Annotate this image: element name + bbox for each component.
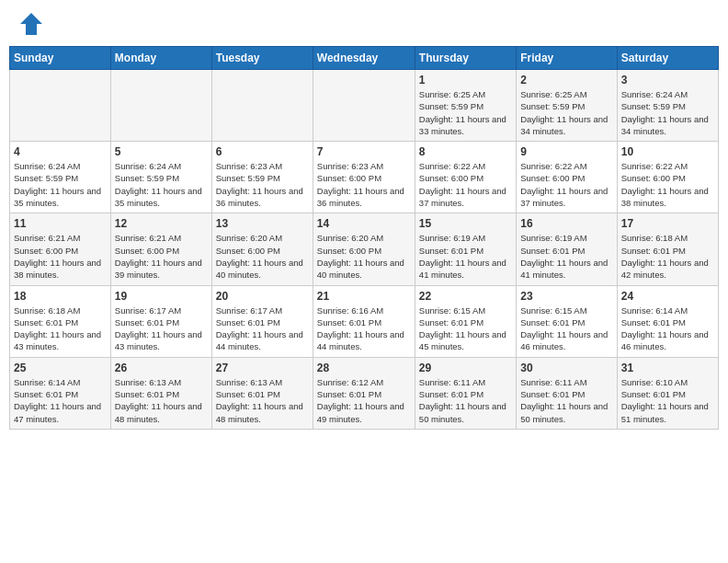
day-info: Sunrise: 6:15 AM Sunset: 6:01 PM Dayligh…: [520, 304, 612, 353]
weekday-header: Monday: [110, 47, 211, 70]
day-number: 19: [115, 290, 208, 303]
day-info: Sunrise: 6:18 AM Sunset: 6:01 PM Dayligh…: [14, 304, 107, 353]
weekday-header: Friday: [517, 47, 617, 70]
day-number: 8: [419, 145, 512, 158]
calendar-cell: [211, 70, 313, 142]
day-number: 28: [317, 362, 411, 374]
day-info: Sunrise: 6:21 AM Sunset: 6:00 PM Dayligh…: [115, 232, 208, 281]
day-number: 14: [317, 217, 411, 230]
day-number: 5: [115, 145, 208, 158]
day-info: Sunrise: 6:20 AM Sunset: 6:00 PM Dayligh…: [317, 232, 411, 281]
day-number: 26: [115, 362, 208, 374]
day-number: 13: [216, 217, 309, 230]
day-number: 23: [520, 290, 612, 303]
weekday-header: Sunday: [10, 47, 111, 70]
calendar-cell: 10Sunrise: 6:22 AM Sunset: 6:00 PM Dayli…: [617, 142, 718, 213]
day-number: 11: [14, 217, 107, 230]
day-number: 2: [520, 74, 612, 86]
day-number: 22: [419, 290, 512, 303]
calendar-cell: 20Sunrise: 6:17 AM Sunset: 6:01 PM Dayli…: [211, 285, 313, 357]
page-header: [9, 9, 719, 39]
day-number: 3: [621, 74, 714, 86]
calendar-cell: 17Sunrise: 6:18 AM Sunset: 6:01 PM Dayli…: [617, 213, 718, 285]
day-number: 29: [419, 362, 512, 374]
day-number: 9: [520, 145, 612, 158]
day-number: 7: [317, 145, 411, 158]
calendar-cell: [110, 70, 211, 142]
calendar-cell: 13Sunrise: 6:20 AM Sunset: 6:00 PM Dayli…: [211, 213, 313, 285]
calendar-cell: 23Sunrise: 6:15 AM Sunset: 6:01 PM Dayli…: [517, 285, 617, 357]
calendar-cell: 27Sunrise: 6:13 AM Sunset: 6:01 PM Dayli…: [211, 357, 313, 429]
day-info: Sunrise: 6:14 AM Sunset: 6:01 PM Dayligh…: [621, 304, 714, 353]
day-number: 20: [216, 290, 309, 303]
day-number: 30: [520, 362, 612, 374]
day-number: 17: [621, 217, 714, 230]
calendar-cell: 25Sunrise: 6:14 AM Sunset: 6:01 PM Dayli…: [10, 357, 111, 429]
calendar-cell: 18Sunrise: 6:18 AM Sunset: 6:01 PM Dayli…: [10, 285, 111, 357]
day-info: Sunrise: 6:18 AM Sunset: 6:01 PM Dayligh…: [621, 232, 714, 281]
day-info: Sunrise: 6:11 AM Sunset: 6:01 PM Dayligh…: [520, 376, 612, 425]
calendar-week-row: 11Sunrise: 6:21 AM Sunset: 6:00 PM Dayli…: [10, 213, 719, 285]
calendar-cell: 16Sunrise: 6:19 AM Sunset: 6:01 PM Dayli…: [517, 213, 617, 285]
day-info: Sunrise: 6:22 AM Sunset: 6:00 PM Dayligh…: [419, 160, 512, 209]
calendar-cell: 9Sunrise: 6:22 AM Sunset: 6:00 PM Daylig…: [517, 142, 617, 213]
day-info: Sunrise: 6:19 AM Sunset: 6:01 PM Dayligh…: [520, 232, 612, 281]
calendar-table: SundayMondayTuesdayWednesdayThursdayFrid…: [9, 46, 719, 430]
day-info: Sunrise: 6:17 AM Sunset: 6:01 PM Dayligh…: [216, 304, 309, 353]
day-info: Sunrise: 6:16 AM Sunset: 6:01 PM Dayligh…: [317, 304, 411, 353]
calendar-cell: [10, 70, 111, 142]
calendar-cell: 24Sunrise: 6:14 AM Sunset: 6:01 PM Dayli…: [617, 285, 718, 357]
day-info: Sunrise: 6:15 AM Sunset: 6:01 PM Dayligh…: [419, 304, 512, 353]
day-info: Sunrise: 6:12 AM Sunset: 6:01 PM Dayligh…: [317, 376, 411, 425]
calendar-cell: 5Sunrise: 6:24 AM Sunset: 5:59 PM Daylig…: [110, 142, 211, 213]
calendar-cell: 3Sunrise: 6:24 AM Sunset: 5:59 PM Daylig…: [617, 70, 718, 142]
day-info: Sunrise: 6:17 AM Sunset: 6:01 PM Dayligh…: [115, 304, 208, 353]
day-info: Sunrise: 6:19 AM Sunset: 6:01 PM Dayligh…: [419, 232, 512, 281]
day-info: Sunrise: 6:13 AM Sunset: 6:01 PM Dayligh…: [115, 376, 208, 425]
day-number: 31: [621, 362, 714, 374]
weekday-header: Thursday: [415, 47, 516, 70]
day-number: 27: [216, 362, 309, 374]
day-info: Sunrise: 6:24 AM Sunset: 5:59 PM Dayligh…: [621, 88, 714, 137]
calendar-cell: 31Sunrise: 6:10 AM Sunset: 6:01 PM Dayli…: [617, 357, 718, 429]
calendar-week-row: 18Sunrise: 6:18 AM Sunset: 6:01 PM Dayli…: [10, 285, 719, 357]
day-info: Sunrise: 6:25 AM Sunset: 5:59 PM Dayligh…: [520, 88, 612, 137]
calendar-cell: 15Sunrise: 6:19 AM Sunset: 6:01 PM Dayli…: [415, 213, 516, 285]
day-number: 6: [216, 145, 309, 158]
day-info: Sunrise: 6:20 AM Sunset: 6:00 PM Dayligh…: [216, 232, 309, 281]
weekday-header: Tuesday: [211, 47, 313, 70]
calendar-cell: 12Sunrise: 6:21 AM Sunset: 6:00 PM Dayli…: [110, 213, 211, 285]
day-number: 4: [14, 145, 107, 158]
day-info: Sunrise: 6:23 AM Sunset: 6:00 PM Dayligh…: [317, 160, 411, 209]
day-info: Sunrise: 6:25 AM Sunset: 5:59 PM Dayligh…: [419, 88, 512, 137]
day-number: 10: [621, 145, 714, 158]
calendar-week-row: 4Sunrise: 6:24 AM Sunset: 5:59 PM Daylig…: [10, 142, 719, 213]
calendar-cell: 28Sunrise: 6:12 AM Sunset: 6:01 PM Dayli…: [313, 357, 415, 429]
calendar-cell: 6Sunrise: 6:23 AM Sunset: 5:59 PM Daylig…: [211, 142, 313, 213]
calendar-cell: 21Sunrise: 6:16 AM Sunset: 6:01 PM Dayli…: [313, 285, 415, 357]
day-info: Sunrise: 6:23 AM Sunset: 5:59 PM Dayligh…: [216, 160, 309, 209]
day-number: 24: [621, 290, 714, 303]
calendar-cell: 7Sunrise: 6:23 AM Sunset: 6:00 PM Daylig…: [313, 142, 415, 213]
day-number: 16: [520, 217, 612, 230]
day-number: 15: [419, 217, 512, 230]
day-info: Sunrise: 6:10 AM Sunset: 6:01 PM Dayligh…: [621, 376, 714, 425]
day-info: Sunrise: 6:14 AM Sunset: 6:01 PM Dayligh…: [14, 376, 107, 425]
day-info: Sunrise: 6:21 AM Sunset: 6:00 PM Dayligh…: [14, 232, 107, 281]
weekday-header: Wednesday: [313, 47, 415, 70]
logo-icon: [17, 9, 46, 39]
weekday-header: Saturday: [617, 47, 718, 70]
svg-marker-0: [20, 13, 42, 35]
calendar-cell: 11Sunrise: 6:21 AM Sunset: 6:00 PM Dayli…: [10, 213, 111, 285]
calendar-cell: 29Sunrise: 6:11 AM Sunset: 6:01 PM Dayli…: [415, 357, 516, 429]
calendar-cell: 19Sunrise: 6:17 AM Sunset: 6:01 PM Dayli…: [110, 285, 211, 357]
day-info: Sunrise: 6:24 AM Sunset: 5:59 PM Dayligh…: [115, 160, 208, 209]
calendar-cell: 14Sunrise: 6:20 AM Sunset: 6:00 PM Dayli…: [313, 213, 415, 285]
calendar-cell: 22Sunrise: 6:15 AM Sunset: 6:01 PM Dayli…: [415, 285, 516, 357]
calendar-cell: 26Sunrise: 6:13 AM Sunset: 6:01 PM Dayli…: [110, 357, 211, 429]
calendar-week-row: 25Sunrise: 6:14 AM Sunset: 6:01 PM Dayli…: [10, 357, 719, 429]
day-number: 12: [115, 217, 208, 230]
day-number: 21: [317, 290, 411, 303]
day-info: Sunrise: 6:11 AM Sunset: 6:01 PM Dayligh…: [419, 376, 512, 425]
calendar-cell: 2Sunrise: 6:25 AM Sunset: 5:59 PM Daylig…: [517, 70, 617, 142]
